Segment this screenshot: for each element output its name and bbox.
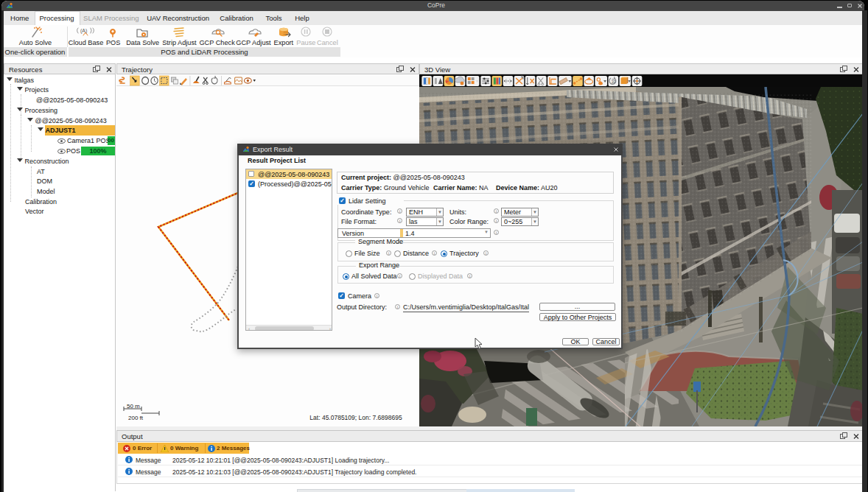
svg-text:50 m: 50 m: [127, 403, 140, 410]
svg-text:Lat: 45.0785109; Lon: 7.689869: Lat: 45.0785109; Lon: 7.6898695: [309, 414, 402, 421]
svg-text:3D: 3D: [612, 80, 617, 84]
svg-text:200 ft: 200 ft: [128, 415, 144, 421]
